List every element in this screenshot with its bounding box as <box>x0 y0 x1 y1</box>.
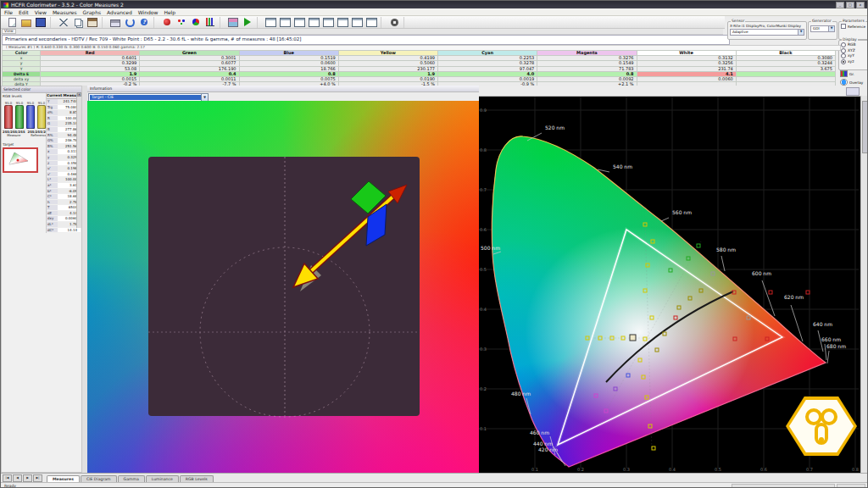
wavelength-label: 580 nm <box>716 247 736 252</box>
radio-icon <box>841 48 846 53</box>
measure-set-info-bar[interactable]: Primaries and secondaries - HDTV / Rec 7… <box>2 35 730 45</box>
measure-primaries-button[interactable] <box>189 16 203 28</box>
status-bar: Ready <box>1 482 868 488</box>
measure-point <box>652 446 655 450</box>
view-button[interactable] <box>350 16 364 28</box>
chevron-down-icon[interactable]: ▼ <box>798 30 804 35</box>
cie-pane-button[interactable] <box>846 87 860 96</box>
menu-file[interactable]: File <box>4 9 13 15</box>
rgb-level-bar <box>4 105 13 129</box>
information-pane: Information Target - CIE ▼ <box>87 86 479 473</box>
measure-info-row: R%94.48 <box>47 133 81 139</box>
generator-dropdown[interactable]: GDI ▼ <box>810 25 835 32</box>
measure-info-row: u'0.198 <box>47 166 81 172</box>
measure-point <box>806 291 810 294</box>
wavelength-label: 660 nm <box>821 336 841 342</box>
save-button[interactable] <box>34 16 47 28</box>
play-button[interactable] <box>241 16 254 28</box>
measure-info-row: dE4.14 <box>47 211 81 217</box>
sidebar-scrollbar[interactable]: ▲ <box>76 92 81 228</box>
undo-button[interactable] <box>123 16 136 28</box>
close-button[interactable]: x <box>856 2 865 8</box>
tab-nav-button[interactable]: ◀ <box>13 474 22 482</box>
menu-view[interactable]: View <box>35 9 47 15</box>
view-button[interactable] <box>264 16 277 28</box>
status-text: Ready <box>4 484 16 488</box>
menu-help[interactable]: Help <box>164 9 175 15</box>
tracker-arrow <box>293 181 407 291</box>
chevron-down-icon[interactable]: ▼ <box>201 94 208 101</box>
menu-advanced[interactable]: Advanced <box>107 9 132 15</box>
maximize-button[interactable]: □ <box>846 2 854 8</box>
svg-text:0.7: 0.7 <box>480 187 487 192</box>
view-button[interactable] <box>307 16 320 28</box>
measure-chart-button[interactable] <box>203 16 217 28</box>
cut-icon <box>59 19 68 26</box>
chevron-down-icon[interactable]: ▼ <box>828 26 834 31</box>
sidebar-title: Selected color <box>2 86 81 93</box>
information-dropdown-value: Target - CIE <box>90 95 201 100</box>
view-button[interactable] <box>336 16 349 28</box>
print-button[interactable] <box>108 16 122 28</box>
menu-edit[interactable]: Edit <box>19 9 29 15</box>
wavelength-label: 500 nm <box>481 245 500 251</box>
svg-text:0.8: 0.8 <box>852 467 859 472</box>
measure-rgb-button[interactable] <box>175 16 188 28</box>
menu-graphs[interactable]: Graphs <box>83 9 102 15</box>
sensor-device-name: X-Rite i1 DisplayPro, ColorMunki Display <box>728 22 806 28</box>
copy-button[interactable] <box>71 16 85 28</box>
tracker-overlay <box>87 101 479 473</box>
paste-button[interactable] <box>86 16 99 28</box>
paste-icon <box>87 18 97 27</box>
display-option-xyz[interactable]: xyz <box>839 59 868 65</box>
target-label: Target <box>3 142 45 147</box>
view-icon <box>323 18 334 27</box>
open-folder-button[interactable] <box>19 16 33 28</box>
menu-window[interactable]: Window <box>138 9 159 15</box>
measure-info-row: B277.86 <box>47 127 81 133</box>
svg-text:0.4: 0.4 <box>480 307 487 312</box>
radio-icon <box>841 42 846 47</box>
rgb-levels-label: RGB levels <box>3 94 45 98</box>
measure-info-row: G235.14 <box>47 121 81 127</box>
tab-nav-button[interactable]: ▶| <box>33 474 42 482</box>
continuous-measure-button[interactable] <box>226 16 240 28</box>
wavelength-label: 640 nm <box>813 321 832 327</box>
help-button[interactable] <box>137 16 151 28</box>
view-button[interactable] <box>364 16 378 28</box>
view-icon <box>265 18 276 27</box>
menu-measures[interactable]: Measures <box>53 9 77 15</box>
preferences-button[interactable] <box>387 16 401 28</box>
toolbar <box>1 16 725 29</box>
target-thumbnail[interactable] <box>3 147 38 173</box>
sensor-box: Sensor X-Rite i1 DisplayPro, ColorMunki … <box>727 21 807 40</box>
color-field[interactable] <box>87 101 479 473</box>
minimize-button[interactable]: _ <box>836 2 844 8</box>
measure-info-row: Trg75.084 <box>47 105 81 111</box>
measure-red-button[interactable] <box>160 16 174 28</box>
view-button[interactable] <box>278 16 292 28</box>
reference-checkbox[interactable]: Reference <box>839 22 868 30</box>
cie-scrollbar[interactable] <box>860 96 868 473</box>
wavelength-label: 520 nm <box>545 125 565 130</box>
wavelength-label: 540 nm <box>613 164 632 169</box>
display-tool-gr[interactable]: Gr. <box>838 69 867 78</box>
measure-info-row: h2.78 <box>47 200 81 206</box>
measures-table[interactable]: ColorRedGreenBlueYellowCyanMagentaWhiteB… <box>2 50 836 87</box>
new-doc-button[interactable] <box>5 16 19 28</box>
svg-text:0.8: 0.8 <box>480 147 487 152</box>
tab-nav-button[interactable]: |◀ <box>3 474 12 482</box>
current-measure-panel: Current Measure Y241.744Trg75.084d%8.87R… <box>46 93 81 233</box>
target-cie-mini <box>6 151 31 168</box>
title-bar[interactable]: HCFR Colorimeter - 3.5.2 - Color Measure… <box>1 1 867 8</box>
svg-text:0.7: 0.7 <box>806 467 813 472</box>
view-button[interactable] <box>321 16 335 28</box>
cie-pane-toolbar <box>479 86 868 97</box>
status-cell <box>732 484 835 488</box>
tool-icon <box>840 70 848 77</box>
view-button[interactable] <box>292 16 306 28</box>
cut-button[interactable] <box>57 16 70 28</box>
tab-nav-button[interactable]: ▶ <box>23 474 32 482</box>
rgb-levels-captions: 255/255/255Measure255/255/255Reference <box>3 130 45 137</box>
sensor-mode-dropdown[interactable]: Adaptive ▼ <box>730 29 804 36</box>
